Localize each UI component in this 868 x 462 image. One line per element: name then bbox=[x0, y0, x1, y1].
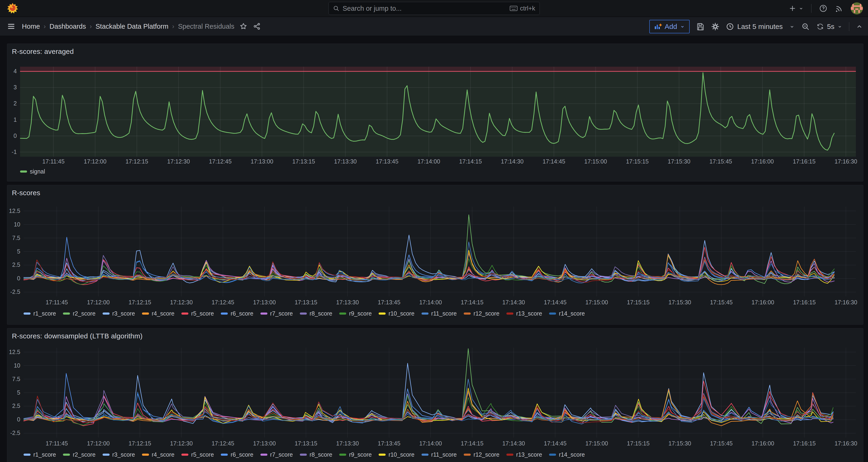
legend-item-r10_score[interactable]: r10_score bbox=[379, 451, 414, 458]
legend-marker bbox=[20, 171, 27, 173]
search-shortcut: ctrl+k bbox=[510, 5, 535, 12]
x-axis-label: 17:14:30 bbox=[491, 158, 533, 165]
legend-label: r7_score bbox=[270, 451, 293, 458]
series-line-r3_score bbox=[24, 363, 833, 423]
y-axis-label: 7.5 bbox=[7, 376, 20, 382]
legend-item-r11_score[interactable]: r11_score bbox=[422, 451, 457, 458]
legend-item-r3_score[interactable]: r3_score bbox=[102, 451, 135, 458]
legend-marker bbox=[464, 312, 471, 315]
legend-item-r10_score[interactable]: r10_score bbox=[379, 310, 414, 317]
x-axis-label: 17:13:15 bbox=[285, 299, 327, 306]
legend-item-r2_score[interactable]: r2_score bbox=[63, 451, 95, 458]
chart-plot-area[interactable] bbox=[24, 207, 856, 297]
panel-title[interactable]: R-scores: averaged bbox=[12, 48, 74, 56]
legend-marker bbox=[24, 454, 31, 456]
search-input[interactable] bbox=[343, 5, 507, 12]
x-axis-label: 17:14:45 bbox=[533, 158, 575, 165]
legend-marker bbox=[300, 454, 307, 456]
refresh-icon[interactable] bbox=[816, 23, 824, 31]
x-axis-label: 17:12:30 bbox=[158, 158, 199, 165]
legend-label: r8_score bbox=[310, 451, 332, 458]
legend-item-r6_score[interactable]: r6_score bbox=[221, 451, 253, 458]
series-line-r11_score bbox=[24, 242, 834, 283]
x-axis-label: 17:15:45 bbox=[700, 158, 742, 165]
time-range-chevron-icon[interactable] bbox=[789, 24, 795, 29]
add-panel-button[interactable]: Add bbox=[649, 20, 690, 33]
help-icon[interactable] bbox=[819, 4, 828, 12]
clock-icon bbox=[726, 23, 734, 31]
legend-item-r13_score[interactable]: r13_score bbox=[506, 451, 542, 458]
legend-item-r5_score[interactable]: r5_score bbox=[181, 310, 214, 317]
series-line-r1_score bbox=[24, 241, 834, 283]
breadcrumb: Home › Dashboards › Stackable Data Platf… bbox=[22, 23, 234, 30]
legend-item-r8_score[interactable]: r8_score bbox=[300, 310, 332, 317]
legend-item-r1_score[interactable]: r1_score bbox=[24, 310, 56, 317]
x-axis-label: 17:15:15 bbox=[617, 299, 659, 306]
legend-item-r2_score[interactable]: r2_score bbox=[63, 310, 95, 317]
user-avatar[interactable] bbox=[851, 2, 863, 14]
time-range-picker[interactable]: Last 5 minutes bbox=[726, 23, 783, 31]
legend-item-r1_score[interactable]: r1_score bbox=[24, 451, 56, 458]
new-item-button[interactable] bbox=[789, 5, 804, 12]
collapse-caret-up-icon[interactable] bbox=[856, 23, 863, 30]
legend-item-r12_score[interactable]: r12_score bbox=[464, 451, 499, 458]
x-axis-label: 17:14:00 bbox=[410, 440, 452, 447]
save-dashboard-icon[interactable] bbox=[696, 22, 705, 31]
share-icon[interactable] bbox=[253, 22, 261, 30]
legend-marker bbox=[260, 454, 268, 456]
legend-item-r7_score[interactable]: r7_score bbox=[260, 451, 293, 458]
panel-rscores: R-scores -2.502.557.51012.517:11:4517:12… bbox=[7, 185, 863, 325]
x-axis-label: 17:16:15 bbox=[783, 299, 825, 306]
x-axis-label: 17:13:45 bbox=[368, 440, 410, 447]
chart-plot-area[interactable] bbox=[20, 67, 856, 157]
legend-marker bbox=[142, 454, 149, 456]
legend-marker bbox=[102, 454, 110, 456]
legend-item-r14_score[interactable]: r14_score bbox=[549, 451, 585, 458]
x-axis-label: 17:15:30 bbox=[659, 299, 701, 306]
legend-item-r4_score[interactable]: r4_score bbox=[142, 451, 175, 458]
panel-title[interactable]: R-scores bbox=[12, 189, 40, 197]
legend-marker bbox=[549, 312, 556, 315]
legend-label: r3_score bbox=[113, 451, 135, 458]
legend-label: r14_score bbox=[559, 451, 585, 458]
news-icon[interactable] bbox=[835, 4, 843, 12]
mega-menu-icon[interactable] bbox=[7, 22, 16, 31]
x-axis-label: 17:14:00 bbox=[410, 299, 452, 306]
legend-item-signal[interactable]: signal bbox=[20, 168, 45, 175]
legend-item-r8_score[interactable]: r8_score bbox=[300, 451, 332, 458]
grafana-logo[interactable] bbox=[6, 3, 19, 14]
chart-plot-area[interactable] bbox=[24, 348, 856, 437]
legend-item-r11_score[interactable]: r11_score bbox=[422, 310, 457, 317]
legend-item-r6_score[interactable]: r6_score bbox=[221, 310, 253, 317]
legend-label: signal bbox=[30, 168, 45, 175]
star-icon[interactable] bbox=[240, 22, 247, 30]
legend-item-r3_score[interactable]: r3_score bbox=[102, 310, 135, 317]
legend-label: r12_score bbox=[473, 310, 499, 317]
legend-item-r12_score[interactable]: r12_score bbox=[464, 310, 499, 317]
y-axis-label: 2 bbox=[7, 100, 17, 107]
legend-item-r9_score[interactable]: r9_score bbox=[339, 451, 372, 458]
panel-title[interactable]: R-scores: downsampled (LTTB algorithm) bbox=[12, 332, 143, 340]
breadcrumb-dashboards[interactable]: Dashboards bbox=[50, 23, 86, 30]
legend-item-r14_score[interactable]: r14_score bbox=[549, 310, 585, 317]
x-axis-label: 17:12:15 bbox=[116, 158, 158, 165]
legend-label: r8_score bbox=[310, 310, 332, 317]
legend-marker bbox=[221, 312, 228, 315]
y-axis-label: -1 bbox=[7, 149, 17, 155]
series-line-r1_score bbox=[24, 373, 833, 424]
refresh-interval-label[interactable]: 5s bbox=[827, 23, 834, 31]
legend-item-r5_score[interactable]: r5_score bbox=[181, 451, 214, 458]
dashboard-settings-icon[interactable] bbox=[711, 22, 719, 31]
legend-marker bbox=[63, 312, 70, 315]
zoom-out-time-icon[interactable] bbox=[801, 22, 810, 31]
threshold-region-above bbox=[20, 67, 856, 71]
legend-item-r7_score[interactable]: r7_score bbox=[260, 310, 293, 317]
breadcrumb-home[interactable]: Home bbox=[22, 23, 40, 30]
refresh-controls: 5s bbox=[816, 23, 842, 31]
breadcrumb-folder[interactable]: Stackable Data Platform bbox=[96, 23, 168, 30]
x-axis-label: 17:15:30 bbox=[658, 158, 700, 165]
legend-item-r9_score[interactable]: r9_score bbox=[339, 310, 372, 317]
legend-item-r4_score[interactable]: r4_score bbox=[142, 310, 175, 317]
legend-item-r13_score[interactable]: r13_score bbox=[506, 310, 542, 317]
refresh-interval-chevron-icon[interactable] bbox=[837, 24, 842, 29]
